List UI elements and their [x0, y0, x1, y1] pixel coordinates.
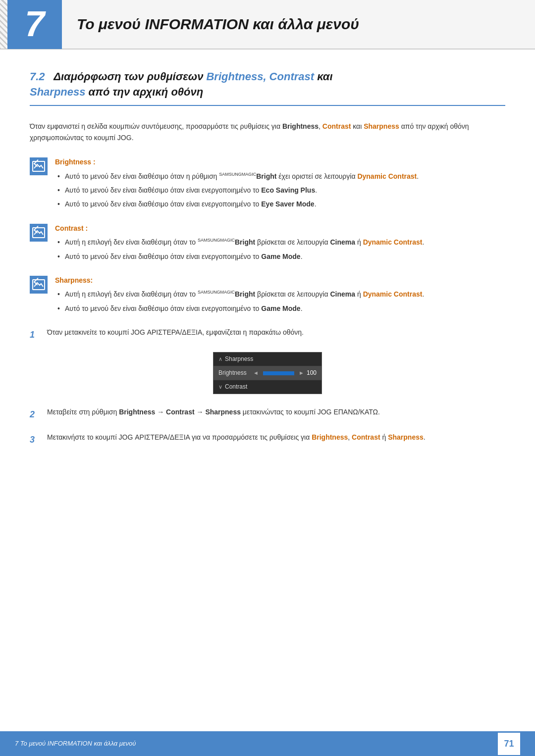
brightness-icon: [30, 157, 48, 175]
contrast-bullets: Αυτή η επιλογή δεν είναι διαθέσιμη όταν …: [55, 237, 505, 262]
section-heading: 7.2 Διαμόρφωση των ρυθμίσεων Brightness,…: [30, 69, 505, 106]
page-footer: 7 Το μενού INFORMATION και άλλα μενού 71: [0, 731, 535, 756]
intro-paragraph: Όταν εμφανιστεί η σελίδα κουμπιών συντόμ…: [30, 121, 505, 145]
osd-arrow-left: ◄: [253, 369, 259, 378]
step-3: 3 Μετακινήστε το κουμπί JOG ΑΡΙΣΤΕΡΑ/ΔΕΞ…: [30, 432, 505, 447]
chapter-header: 7 Το μενού INFORMATION και άλλα μενού: [0, 0, 535, 50]
step-2-number: 2: [30, 407, 42, 422]
step-2: 2 Μεταβείτε στη ρύθμιση Brightness → Con…: [30, 406, 505, 422]
step-3-number: 3: [30, 433, 42, 447]
brightness-bullet-1: Αυτό το μενού δεν είναι διαθέσιμο όταν η…: [55, 171, 505, 182]
header-stripe: [0, 0, 7, 50]
contrast-content: Contrast : Αυτή η επιλογή δεν είναι διαθ…: [55, 223, 505, 265]
brightness-bullets: Αυτό το μενού δεν είναι διαθέσιμο όταν η…: [55, 171, 505, 210]
osd-brightness-label: Brightness: [218, 368, 253, 378]
chapter-number: 7: [7, 0, 62, 49]
chapter-title: Το μενού INFORMATION και άλλα μενού: [62, 12, 359, 36]
osd-brightness-value: 100: [304, 368, 317, 378]
contrast-title: Contrast :: [55, 223, 505, 234]
osd-brightness-row: Brightness ◄ ► 100: [214, 366, 321, 380]
osd-sharpness-label: Sharpness: [225, 354, 253, 364]
brightness-subsection: Brightness : Αυτό το μενού δεν είναι δια…: [30, 156, 505, 213]
osd-arrow-right: ►: [299, 369, 304, 378]
contrast-bullet-1: Αυτή η επιλογή δεν είναι διαθέσιμη όταν …: [55, 237, 505, 248]
sharpness-content: Sharpness: Αυτή η επιλογή δεν είναι διαθ…: [55, 275, 505, 317]
sharpness-icon: [30, 276, 48, 294]
section-heading-text: Διαμόρφωση των ρυθμίσεων Brightness, Con…: [30, 70, 333, 98]
osd-contrast-label: Contrast: [225, 382, 247, 392]
sharpness-bullet-1: Αυτή η επιλογή δεν είναι διαθέσιμη όταν …: [55, 289, 505, 300]
brightness-bullet-3: Αυτό το μενού δεν είναι διαθέσιμο όταν ε…: [55, 199, 505, 209]
section-number: 7.2: [30, 70, 45, 83]
step-1-content: Όταν μετακινείτε το κουμπί JOG ΑΡΙΣΤΕΡΑ/…: [47, 327, 505, 338]
osd-brightness-bar: [263, 371, 294, 375]
osd-contrast-row: ∨ Contrast: [214, 380, 321, 394]
brightness-bullet-2: Αυτό το μενού δεν είναι διαθέσιμο όταν ε…: [55, 185, 505, 196]
brightness-title: Brightness :: [55, 156, 505, 167]
sharpness-bullet-2: Αυτό το μενού δεν είναι διαθέσιμο όταν ε…: [55, 303, 505, 314]
step-1-number: 1: [30, 328, 42, 342]
footer-text: 7 Το μενού INFORMATION και άλλα μενού: [15, 739, 136, 749]
content-area: 7.2 Διαμόρφωση των ρυθμίσεων Brightness,…: [0, 69, 535, 447]
step-2-content: Μεταβείτε στη ρύθμιση Brightness → Contr…: [47, 406, 505, 417]
sharpness-bullets: Αυτή η επιλογή δεν είναι διαθέσιμη όταν …: [55, 289, 505, 314]
osd-container: ∧ Sharpness Brightness ◄ ► 100 ∨ Contras…: [30, 352, 505, 395]
step-1: 1 Όταν μετακινείτε το κουμπί JOG ΑΡΙΣΤΕΡ…: [30, 327, 505, 342]
sharpness-subsection: Sharpness: Αυτή η επιλογή δεν είναι διαθ…: [30, 275, 505, 317]
contrast-bullet-2: Αυτό το μενού δεν είναι διαθέσιμο όταν ε…: [55, 251, 505, 262]
footer-page-number: 71: [498, 733, 520, 755]
contrast-icon: [30, 224, 48, 242]
step-3-content: Μετακινήστε το κουμπί JOG ΑΡΙΣΤΕΡΑ/ΔΕΞΙΑ…: [47, 432, 505, 443]
brightness-content: Brightness : Αυτό το μενού δεν είναι δια…: [55, 156, 505, 213]
osd-display: ∧ Sharpness Brightness ◄ ► 100 ∨ Contras…: [213, 352, 322, 395]
osd-sharpness-row: ∧ Sharpness: [214, 353, 321, 366]
sharpness-title: Sharpness:: [55, 275, 505, 286]
contrast-subsection: Contrast : Αυτή η επιλογή δεν είναι διαθ…: [30, 223, 505, 265]
